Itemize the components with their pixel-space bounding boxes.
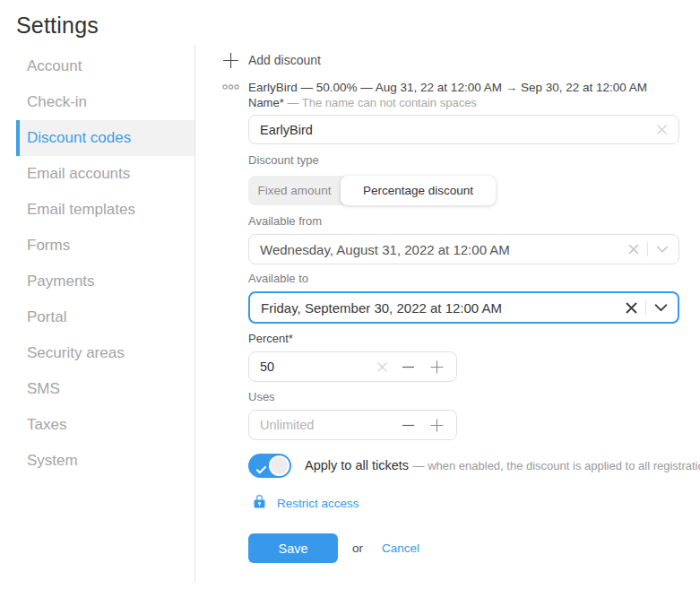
sidebar-item-forms[interactable]: Forms: [16, 228, 194, 264]
discount-summary: EarlyBird — 50.00% — Aug 31, 22 at 12:00…: [248, 81, 647, 94]
uses-label: Uses: [248, 390, 700, 404]
lock-icon: [254, 494, 265, 512]
sidebar-item-payments[interactable]: Payments: [16, 264, 194, 299]
clear-available-to-icon[interactable]: [626, 302, 637, 314]
discount-list-item[interactable]: EarlyBird — 50.00% — Aug 31, 22 at 12:00…: [222, 80, 700, 94]
segment-percentage-discount[interactable]: Percentage discount: [341, 176, 496, 205]
sidebar-item-discount-codes[interactable]: Discount codes: [16, 120, 194, 156]
sidebar-item-email-accounts[interactable]: Email accounts: [16, 156, 194, 192]
available-to-label: Available to: [248, 272, 700, 286]
chevron-down-icon[interactable]: [654, 304, 668, 312]
available-from-field-wrapper: [248, 234, 679, 264]
segment-fixed-amount[interactable]: Fixed amount: [248, 176, 341, 205]
settings-sidebar: Settings Account Check-in Discount codes…: [0, 0, 194, 479]
percent-label: Percent*: [248, 332, 700, 346]
increment-icon[interactable]: [429, 418, 445, 433]
available-to-input[interactable]: [250, 300, 626, 316]
sidebar-item-check-in[interactable]: Check-in: [16, 84, 194, 120]
sidebar-item-sms[interactable]: SMS: [16, 371, 194, 407]
discount-type-label: Discount type: [248, 153, 700, 168]
sidebar-item-taxes[interactable]: Taxes: [16, 407, 194, 443]
drag-handle-icon[interactable]: [222, 83, 239, 91]
apply-to-all-toggle[interactable]: [248, 454, 291, 478]
available-to-field-wrapper: [248, 291, 679, 324]
field-divider: [645, 300, 646, 315]
name-input[interactable]: [249, 123, 657, 137]
apply-to-all-hint: — when enabled, the discount is applied …: [413, 459, 700, 472]
plus-icon: [222, 52, 239, 69]
toggle-knob: [269, 455, 290, 476]
cancel-link[interactable]: Cancel: [382, 541, 419, 555]
discount-code-editor: Add discount EarlyBird — 50.00% — Aug 31…: [222, 51, 700, 563]
sidebar-item-security-areas[interactable]: Security areas: [16, 335, 194, 371]
sidebar-item-system[interactable]: System: [16, 443, 194, 479]
uses-input[interactable]: [249, 418, 401, 432]
sidebar-item-portal[interactable]: Portal: [16, 299, 194, 335]
sidebar-item-email-templates[interactable]: Email templates: [16, 192, 194, 228]
available-from-input[interactable]: [249, 242, 628, 257]
decrement-icon[interactable]: [401, 418, 416, 433]
discount-type-segmented-control: Fixed amount Percentage discount: [248, 176, 496, 205]
form-actions: Save or Cancel: [248, 533, 700, 563]
available-from-label: Available from: [248, 214, 700, 229]
page-title: Settings: [16, 13, 194, 39]
apply-to-all-row: Apply to all tickets — when enabled, the…: [248, 453, 700, 478]
increment-icon[interactable]: [429, 359, 445, 375]
field-divider: [647, 242, 648, 256]
sidebar-divider: [194, 45, 195, 583]
save-button[interactable]: Save: [248, 533, 338, 563]
or-text: or: [352, 541, 363, 555]
percent-input[interactable]: [249, 359, 377, 374]
add-discount-button[interactable]: Add discount: [222, 51, 700, 69]
name-label: Name* — The name can not contain spaces: [248, 96, 700, 110]
discount-form: Name* — The name can not contain spaces …: [248, 96, 700, 563]
apply-to-all-label: Apply to all tickets: [305, 458, 409, 472]
uses-field-wrapper: [248, 410, 457, 440]
clear-name-icon[interactable]: [657, 125, 678, 134]
chevron-down-icon[interactable]: [656, 246, 669, 253]
sidebar-item-account[interactable]: Account: [16, 48, 194, 84]
clear-percent-icon[interactable]: [377, 362, 387, 372]
percent-field-wrapper: [248, 351, 457, 382]
restrict-access-link[interactable]: Restrict access: [254, 494, 700, 512]
clear-available-from-icon[interactable]: [628, 244, 639, 255]
name-field-wrapper: [248, 115, 679, 144]
decrement-icon[interactable]: [401, 359, 416, 375]
check-icon: [256, 462, 266, 478]
settings-nav: Account Check-in Discount codes Email ac…: [0, 48, 194, 479]
